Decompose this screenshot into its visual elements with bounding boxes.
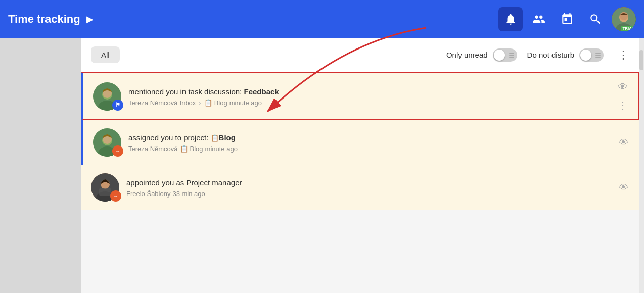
only-unread-label: Only unread [446,51,488,59]
user-avatar-button[interactable]: TRIAL [612,7,636,31]
dnd-toggle-line-1 [595,53,601,54]
mark-read-button-1[interactable]: 👁 [618,81,628,93]
meta-project-2: Blog [190,145,203,153]
more-options-button[interactable]: ⋮ [618,48,629,62]
message-bold-2: Blog [219,133,236,142]
filter-bar: All Only unread Do not disturb [81,38,639,72]
meta-sep-1: › [199,99,201,107]
sidebar [0,38,81,293]
flag-badge-1: ⚑ [112,100,123,111]
bell-icon [504,13,517,26]
notification-content-3: appointed you as Project manager Freelo … [126,177,612,198]
more-options-button-1[interactable]: ⋮ [618,99,628,111]
notification-content-1: mentioned you in task discussion: Feedba… [128,86,611,107]
notification-item-3[interactable]: → appointed you as Project manager Freel… [81,165,639,210]
meta-time-2: minute ago [205,145,238,153]
message-text-3: appointed you as Project manager [126,178,242,187]
bell-icon-button[interactable] [498,7,523,31]
scrollbar-thumb[interactable] [639,50,643,70]
meta-name-1: Tereza Němcová [128,99,178,107]
dnd-toggle-line-2 [595,55,601,56]
header-icons: TRIAL [498,7,636,31]
notification-meta-1: Tereza Němcová Inbox › 📋 Blog minute ago [128,99,611,107]
do-not-disturb-toggle[interactable] [579,48,604,62]
panel-scrollbar[interactable] [639,38,644,293]
notification-actions-3: 👁 [619,182,629,193]
arrow-badge-2: → [112,145,123,157]
message-bold-1: Feedback [244,87,279,96]
notification-panel: All Only unread Do not disturb [81,38,639,293]
notification-item-1[interactable]: ⚑ mentioned you in task discussion: Feed… [81,72,639,120]
meta-project-1: Blog [214,99,227,107]
message-text-1: mentioned you in task discussion: [128,87,244,96]
notification-actions-1: 👁 ⋮ [618,81,628,111]
notification-message-1: mentioned you in task discussion: Feedba… [128,86,611,97]
search-icon [589,13,602,26]
meta-blog-icon-2: 📋 [211,134,219,142]
only-unread-toggle[interactable] [493,48,517,62]
dnd-toggle-lines [595,53,601,58]
avatar-container-1: ⚑ [93,82,121,111]
svg-rect-16 [99,188,111,196]
meta-name-3: Freelo Šablony [126,190,170,198]
play-icon[interactable]: ▶ [86,14,94,25]
all-filter-button[interactable]: All [91,46,120,63]
notification-actions-2: 👁 [619,137,629,149]
toggle-line-1 [509,53,514,54]
search-icon-button[interactable] [583,7,608,31]
toggle-line-3 [509,57,514,58]
app-header: Time tracking ▶ [0,0,644,38]
calendar-icon [561,13,574,26]
notification-content-2: assigned you to project: 📋Blog Tereza Ně… [128,132,612,153]
toggle-knob [494,50,505,61]
notification-message-3: appointed you as Project manager [126,177,612,188]
avatar-container-2: → [93,128,121,157]
dnd-toggle-line-3 [595,57,601,58]
meta-blog-icon-1: 📋 [204,99,212,107]
toggle-line-2 [509,55,514,56]
meta-time-1: minute ago [229,99,262,107]
mark-read-button-3[interactable]: 👁 [619,182,629,193]
users-icon-button[interactable] [527,7,551,31]
toggle-lines [509,53,514,58]
calendar-icon-button[interactable] [555,7,579,31]
trial-badge: TRIAL [621,26,636,31]
dnd-toggle-knob [580,50,591,61]
meta-blog-icon-inline-2: 📋 [180,145,188,153]
notification-list: ⚑ mentioned you in task discussion: Feed… [81,72,639,293]
do-not-disturb-label: Do not disturb [527,51,574,59]
meta-time-3: 33 min ago [172,190,205,198]
notification-meta-2: Tereza Němcová 📋 Blog minute ago [128,145,612,153]
mark-read-button-2[interactable]: 👁 [619,137,629,149]
meta-name-2: Tereza Němcová [128,145,178,153]
arrow-badge-3: → [110,190,121,202]
do-not-disturb-group: Do not disturb [527,48,604,62]
users-icon [532,13,545,26]
notification-item-2[interactable]: → assigned you to project: 📋Blog Tereza … [81,120,639,165]
meta-inbox-1: Inbox [180,99,196,107]
app-title: Time tracking [8,13,80,26]
message-text-2: assigned you to project: [128,133,211,142]
avatar-container-3: → [91,173,119,202]
notification-message-2: assigned you to project: 📋Blog [128,132,612,143]
main-content: All Only unread Do not disturb [0,38,644,293]
only-unread-group: Only unread [446,48,517,62]
notification-meta-3: Freelo Šablony 33 min ago [126,190,612,198]
